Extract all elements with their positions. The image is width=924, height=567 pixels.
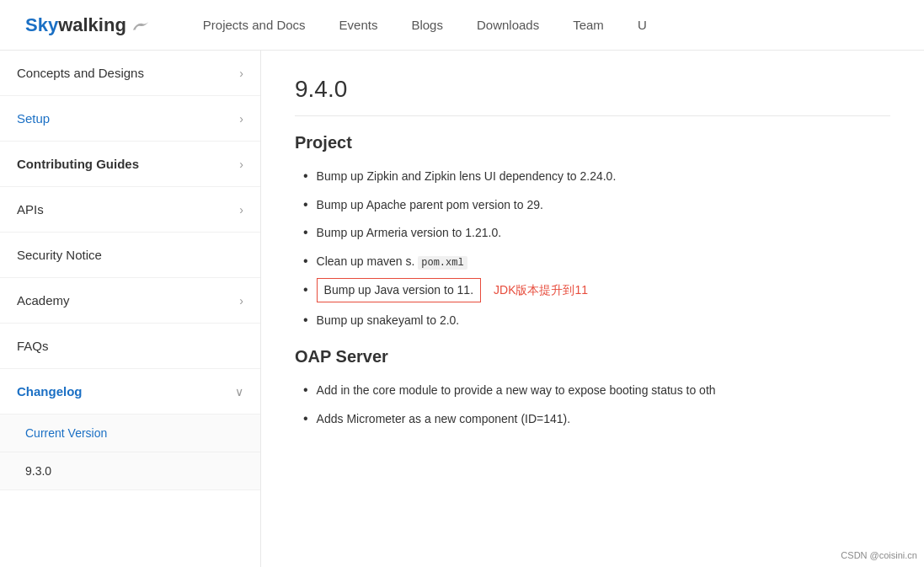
sidebar-item-security[interactable]: Security Notice	[0, 233, 260, 278]
list-item: Bump up Apache parent pom version to 29.	[303, 194, 890, 216]
nav-projects-docs[interactable]: Projects and Docs	[203, 18, 306, 32]
sidebar-item-contributing[interactable]: Contributing Guides ›	[0, 142, 260, 187]
logo-sky: Sky	[25, 14, 58, 35]
annotation-text: JDK版本提升到11	[494, 281, 588, 299]
oap-list: Add in the core module to provide a new …	[303, 379, 890, 429]
sidebar-sub-item-current[interactable]: Current Version	[0, 415, 260, 452]
code-pom-xml: pom.xml	[418, 256, 467, 270]
sidebar-sub-item-current-label: Current Version	[25, 426, 107, 440]
chevron-right-icon: ›	[239, 112, 243, 126]
project-list: Bump up Zipkin and Zipkin lens UI depend…	[303, 165, 890, 330]
sidebar-item-changelog[interactable]: Changelog ∨	[0, 369, 260, 415]
chevron-right-icon: ›	[239, 294, 243, 308]
list-item: Clean up maven s. pom.xml	[303, 250, 890, 272]
nav-extra[interactable]: U	[638, 18, 647, 32]
logo-bird-icon	[129, 16, 152, 35]
sidebar-sub-item-930[interactable]: 9.3.0	[0, 452, 260, 490]
list-item: Bump up Zipkin and Zipkin lens UI depend…	[303, 165, 890, 187]
sidebar-item-academy-label: Academy	[17, 293, 70, 308]
sidebar-item-faqs-label: FAQs	[17, 339, 49, 353]
sidebar: Concepts and Designs › Setup › Contribut…	[0, 51, 261, 567]
list-item-highlighted: Bump up Java version to 11. JDK版本提升到11	[303, 278, 890, 302]
sidebar-sub-item-930-label: 9.3.0	[25, 464, 51, 478]
sidebar-item-setup-label: Setup	[17, 111, 50, 126]
chevron-down-icon: ∨	[235, 385, 243, 399]
header: Skywalking Projects and Docs Events Blog…	[0, 0, 924, 51]
version-title: 9.4.0	[295, 76, 890, 116]
main-content: 9.4.0 Project Bump up Zipkin and Zipkin …	[261, 51, 924, 567]
java-version-text: Bump up Java version to 11.	[324, 283, 473, 297]
sidebar-item-contributing-label: Contributing Guides	[17, 157, 139, 171]
section-oap-title: OAP Server	[295, 347, 890, 366]
layout: Concepts and Designs › Setup › Contribut…	[0, 51, 924, 567]
sidebar-item-academy[interactable]: Academy ›	[0, 278, 260, 324]
list-item: Add in the core module to provide a new …	[303, 379, 890, 401]
list-item-text: Bump up Armeria version to 1.21.0.	[317, 223, 501, 242]
list-item-text: Clean up maven s. pom.xml	[317, 252, 467, 271]
list-item-text: Add in the core module to provide a new …	[317, 381, 716, 399]
list-item: Bump up Armeria version to 1.21.0.	[303, 222, 890, 243]
chevron-right-icon: ›	[239, 203, 243, 217]
nav-blogs[interactable]: Blogs	[411, 18, 443, 32]
nav-events[interactable]: Events	[339, 18, 378, 32]
sidebar-item-security-label: Security Notice	[17, 248, 102, 262]
sidebar-item-apis[interactable]: APIs ›	[0, 187, 260, 233]
sidebar-item-setup[interactable]: Setup ›	[0, 96, 260, 142]
logo-text: Skywalking	[25, 14, 126, 36]
list-item-text: Bump up snakeyaml to 2.0.	[317, 311, 460, 329]
logo[interactable]: Skywalking	[25, 14, 152, 36]
chevron-right-icon: ›	[239, 67, 243, 80]
list-item-text: Bump up Apache parent pom version to 29.	[317, 195, 543, 214]
list-item-text: Adds Micrometer as a new component (ID=1…	[317, 409, 571, 428]
section-project-title: Project	[295, 133, 890, 152]
nav-team[interactable]: Team	[573, 18, 604, 32]
main-nav: Projects and Docs Events Blogs Downloads…	[203, 18, 899, 32]
nav-downloads[interactable]: Downloads	[477, 18, 539, 32]
list-item: Bump up snakeyaml to 2.0.	[303, 309, 890, 331]
list-item: Adds Micrometer as a new component (ID=1…	[303, 408, 890, 430]
sidebar-item-concepts[interactable]: Concepts and Designs ›	[0, 51, 260, 96]
sidebar-item-changelog-label: Changelog	[17, 384, 83, 399]
watermark: CSDN @coisini.cn	[841, 550, 917, 560]
highlight-row: Bump up Java version to 11. JDK版本提升到11	[317, 278, 588, 302]
highlight-box: Bump up Java version to 11.	[317, 278, 481, 302]
sidebar-item-faqs[interactable]: FAQs	[0, 324, 260, 369]
sidebar-item-concepts-label: Concepts and Designs	[17, 66, 144, 80]
list-item-text: Bump up Zipkin and Zipkin lens UI depend…	[317, 167, 617, 185]
sidebar-item-apis-label: APIs	[17, 202, 44, 217]
chevron-right-icon: ›	[239, 158, 243, 171]
logo-walking: walking	[58, 14, 126, 35]
